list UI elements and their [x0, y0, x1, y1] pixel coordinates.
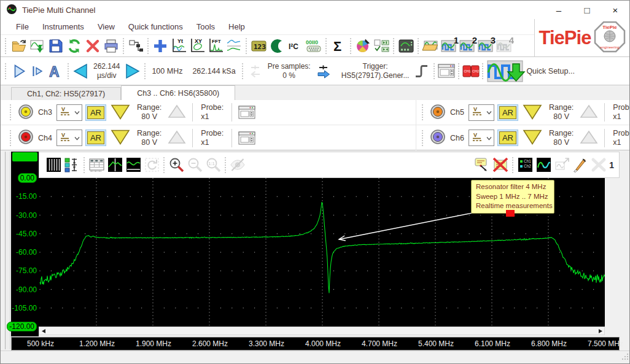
- channel-settings-button[interactable]: [238, 103, 256, 122]
- one-shot-button[interactable]: [28, 61, 47, 81]
- object-tree-button[interactable]: [126, 36, 145, 56]
- menu-item-file[interactable]: File: [9, 20, 36, 34]
- comment-delete-button[interactable]: [491, 155, 510, 175]
- yt-graph-button[interactable]: Yt: [169, 36, 188, 56]
- autorange-focus-ring: AR: [497, 104, 518, 121]
- axis-offset-button[interactable]: [63, 155, 81, 175]
- vertical-cursor-button[interactable]: [106, 155, 124, 175]
- legend-button[interactable]: Ch1Ch2: [516, 155, 534, 175]
- brand-logo-text: TiePie: [539, 27, 591, 49]
- trigger-edge-button[interactable]: [413, 61, 431, 81]
- trace-style-button[interactable]: [534, 155, 553, 175]
- scroll-left-button[interactable]: [39, 327, 48, 335]
- export-graph-icon: [554, 157, 570, 173]
- save-button[interactable]: [47, 36, 65, 56]
- open-folder-button[interactable]: [10, 36, 28, 56]
- channel-enable-button[interactable]: CH1CH2: [462, 61, 480, 81]
- coupling-dropdown[interactable]: V: [469, 104, 494, 121]
- range-down-button[interactable]: [109, 128, 131, 148]
- slot-button-3[interactable]: 3: [476, 36, 495, 56]
- quick-setup-button[interactable]: [487, 58, 526, 84]
- comment-add-button[interactable]: [473, 155, 491, 175]
- autorange-button[interactable]: AR: [499, 106, 516, 119]
- y-axis-label: -30.00: [16, 211, 37, 220]
- timebase-slower-button[interactable]: [71, 61, 90, 81]
- sum-button[interactable]: Σ: [329, 36, 348, 56]
- coupling-dropdown[interactable]: V: [56, 130, 82, 146]
- channel-grip: [10, 104, 11, 120]
- range-down-button[interactable]: [109, 103, 131, 123]
- comment-annotation[interactable]: Resonator filter 4 MHzSweep 1 MHz .. 7 M…: [471, 180, 554, 214]
- plot-area[interactable]: Resonator filter 4 MHzSweep 1 MHz .. 7 M…: [39, 178, 605, 327]
- scroll-right-button[interactable]: [596, 327, 604, 335]
- svg-text:A: A: [49, 64, 60, 80]
- add-graph-button[interactable]: [151, 36, 169, 56]
- probe-display: Probe:x1: [198, 129, 226, 147]
- slot-button-2[interactable]: 2: [458, 36, 476, 56]
- range-down-button[interactable]: [521, 128, 543, 148]
- y-axis-label: -75.00: [16, 266, 37, 275]
- resize-grip-icon[interactable]: [621, 353, 629, 362]
- brush-button[interactable]: [571, 155, 589, 175]
- crescent-button[interactable]: [268, 36, 286, 56]
- multi-graph-button[interactable]: [225, 36, 243, 56]
- zoom-reset-button: 1:1: [204, 155, 222, 175]
- menu-item-instruments[interactable]: Instruments: [36, 20, 91, 34]
- menu-item-tools[interactable]: Tools: [190, 20, 222, 34]
- y-axis-scroll-handle[interactable]: [12, 152, 37, 161]
- channel-settings-button[interactable]: [238, 128, 256, 148]
- zoom-in-button[interactable]: [167, 155, 185, 175]
- maximize-button[interactable]: □: [573, 1, 601, 19]
- axis-offset-icon: [64, 157, 80, 173]
- triangle-down-yellow-icon: [521, 128, 543, 148]
- toolbar-separator: [393, 38, 394, 54]
- horizontal-scrollbar[interactable]: [39, 327, 605, 335]
- refresh-button[interactable]: [65, 36, 84, 56]
- print-button[interactable]: [102, 36, 120, 56]
- minimize-button[interactable]: –: [545, 1, 573, 19]
- menu-item-help[interactable]: Help: [222, 20, 252, 34]
- delete-button[interactable]: [84, 36, 102, 56]
- x-axis-label: 7.500 MHz: [588, 339, 623, 348]
- grid-button[interactable]: [44, 155, 63, 175]
- menu-item-quick-functions[interactable]: Quick functions: [122, 20, 190, 34]
- tab-1[interactable]: Ch1, Ch2: HS5(27917): [11, 87, 121, 100]
- folder-wave-button[interactable]: [421, 36, 440, 56]
- coupling-dropdown[interactable]: V: [469, 130, 494, 146]
- coupling-dropdown[interactable]: V: [56, 104, 82, 121]
- graph-settings-button[interactable]: [397, 36, 415, 56]
- horizontal-cursor-button[interactable]: [124, 155, 142, 175]
- menu-item-view[interactable]: View: [91, 20, 122, 34]
- range-down-button[interactable]: [521, 103, 543, 123]
- presamples-increase-button[interactable]: [314, 61, 333, 81]
- meter-button[interactable]: 123: [249, 36, 268, 56]
- slot-button-4: 4: [495, 36, 513, 56]
- save-waveform-button[interactable]: [28, 36, 47, 56]
- range-label: Range:: [549, 129, 574, 138]
- slot-button-1[interactable]: 1: [440, 36, 458, 56]
- trigger-settings-button[interactable]: [437, 61, 456, 81]
- autorange-button[interactable]: AR: [87, 106, 104, 119]
- i2c-button[interactable]: I²C: [286, 36, 305, 56]
- toggle-list-button[interactable]: [372, 36, 391, 56]
- palette-button[interactable]: [354, 36, 372, 56]
- record-length: 262.144 kSa: [192, 67, 235, 76]
- statusbar: [1, 350, 630, 364]
- table-button[interactable]: [87, 155, 106, 175]
- start-measurement-button[interactable]: [10, 61, 28, 81]
- serial-button[interactable]: 00II0: [305, 36, 323, 56]
- titlebar: TiePie Multi Channel – □ ×: [1, 1, 629, 19]
- autorange-button[interactable]: AR: [87, 131, 104, 144]
- xy-graph-button[interactable]: XY: [188, 36, 206, 56]
- fft-graph-button[interactable]: FFT: [206, 36, 225, 56]
- tab-2[interactable]: Ch3 .. Ch6: HS6(35800): [121, 85, 235, 100]
- window-title: TiePie Multi Channel: [22, 6, 95, 15]
- annotation-handle[interactable]: [506, 210, 515, 217]
- autorange-button[interactable]: AR: [499, 131, 516, 144]
- vertical-scrollbar[interactable]: [5, 152, 10, 349]
- autoset-button[interactable]: A: [47, 61, 65, 81]
- connector-icon: [18, 104, 34, 122]
- toolbar-separator: [163, 157, 165, 173]
- close-button[interactable]: ×: [601, 1, 629, 19]
- timebase-faster-button[interactable]: [123, 61, 142, 81]
